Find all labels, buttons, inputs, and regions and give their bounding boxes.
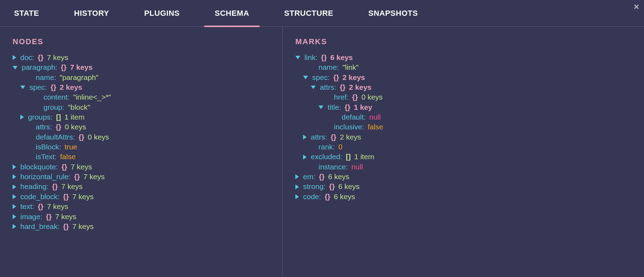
- link-spec-inclusive: inclusive: false: [295, 122, 631, 132]
- node-heading[interactable]: heading: {} 7 keys: [13, 182, 270, 191]
- tab-structure[interactable]: STRUCTURE: [274, 0, 344, 27]
- key-count: 7 keys: [47, 53, 68, 62]
- link-spec[interactable]: spec: {} 2 keys: [295, 73, 631, 82]
- link-rank: rank: 0: [295, 142, 631, 152]
- key-count: 6 keys: [338, 182, 360, 191]
- chevron-right-icon[interactable]: [13, 164, 16, 169]
- chevron-right-icon[interactable]: [13, 204, 16, 209]
- chevron-right-icon[interactable]: [295, 174, 299, 179]
- tab-plugins[interactable]: PLUGINS: [133, 0, 190, 27]
- marks-title: MARKS: [295, 37, 631, 46]
- chevron-right-icon[interactable]: [303, 135, 307, 140]
- tree-value: "block": [68, 102, 90, 112]
- brace-icon: {}: [329, 182, 335, 191]
- tree-key: spec:: [29, 82, 47, 92]
- brace-icon: {}: [340, 82, 345, 92]
- tree-value: false: [368, 122, 383, 132]
- chevron-right-icon[interactable]: [13, 55, 16, 60]
- key-count: 7 keys: [70, 62, 93, 72]
- tree-key: href:: [334, 92, 349, 102]
- tree-key: spec:: [312, 73, 330, 82]
- chevron-down-icon[interactable]: [295, 56, 300, 59]
- tree-key: excluded:: [311, 152, 342, 162]
- tab-history[interactable]: HISTORY: [63, 0, 119, 27]
- close-icon[interactable]: ×: [634, 2, 639, 11]
- paragraph-spec[interactable]: spec: {} 2 keys: [13, 82, 270, 92]
- chevron-right-icon[interactable]: [13, 174, 16, 179]
- key-count: 0 keys: [65, 122, 86, 132]
- chevron-right-icon[interactable]: [13, 214, 16, 219]
- bracket-icon: []: [56, 112, 61, 122]
- node-horizontal-rule[interactable]: horizontal_rule: {} 7 keys: [13, 172, 270, 182]
- tree-value: "inline<_>*": [73, 92, 111, 102]
- brace-icon: {}: [52, 182, 58, 191]
- brace-icon: {}: [78, 132, 84, 142]
- brace-icon: {}: [38, 202, 43, 211]
- link-excluded[interactable]: excluded: [] 1 item: [295, 152, 631, 162]
- tree-key: instance:: [318, 162, 348, 172]
- chevron-down-icon[interactable]: [311, 86, 316, 89]
- chevron-right-icon[interactable]: [13, 224, 16, 229]
- paragraph-isblock: isBlock: true: [13, 142, 270, 152]
- tab-snapshots[interactable]: SNAPSHOTS: [358, 0, 428, 27]
- paragraph-name: name: "paragraph": [13, 73, 270, 82]
- tab-schema[interactable]: SCHEMA: [204, 0, 260, 27]
- brace-icon: {}: [321, 53, 327, 62]
- link-spec-attrs-href: href: {} 0 keys: [295, 92, 631, 102]
- tree-key: horizontal_rule:: [20, 172, 71, 182]
- brace-icon: {}: [319, 172, 324, 182]
- chevron-down-icon[interactable]: [318, 106, 323, 109]
- tab-state[interactable]: STATE: [0, 0, 49, 27]
- tree-value: false: [60, 152, 76, 162]
- chevron-right-icon[interactable]: [303, 155, 307, 160]
- tree-key: isBlock:: [36, 142, 61, 152]
- node-code-block[interactable]: code_block: {} 7 keys: [13, 192, 270, 202]
- mark-em[interactable]: em: {} 6 keys: [295, 172, 631, 182]
- mark-strong[interactable]: strong: {} 6 keys: [295, 182, 631, 191]
- nodes-tree: doc: {} 7 keys paragraph: {} 7 keys name…: [13, 53, 270, 231]
- mark-code[interactable]: code: {} 6 keys: [295, 192, 631, 202]
- key-count: 6 keys: [328, 172, 349, 182]
- chevron-right-icon[interactable]: [20, 115, 24, 120]
- paragraph-spec-group: group: "block": [13, 102, 270, 112]
- chevron-right-icon[interactable]: [295, 194, 299, 199]
- tree-key: link:: [304, 53, 317, 62]
- chevron-down-icon[interactable]: [20, 86, 25, 89]
- paragraph-attrs: attrs: {} 0 keys: [13, 122, 270, 132]
- chevron-down-icon[interactable]: [303, 76, 308, 79]
- nodes-title: NODES: [13, 37, 270, 46]
- key-count: 2 keys: [60, 82, 82, 92]
- chevron-down-icon[interactable]: [13, 66, 18, 69]
- brace-icon: {}: [61, 62, 67, 72]
- link-attrs[interactable]: attrs: {} 2 keys: [295, 132, 631, 142]
- key-count: 7 keys: [61, 182, 83, 191]
- tree-value: null: [351, 162, 363, 172]
- tree-key: heading:: [20, 182, 49, 191]
- link-spec-attrs-title-default: default: null: [295, 112, 631, 122]
- tree-key: code_block:: [20, 192, 60, 202]
- chevron-right-icon[interactable]: [295, 184, 299, 189]
- tree-value: null: [369, 112, 381, 122]
- node-hard-break[interactable]: hard_break: {} 7 keys: [13, 222, 270, 231]
- link-spec-attrs[interactable]: attrs: {} 2 keys: [295, 82, 631, 92]
- chevron-right-icon[interactable]: [13, 184, 16, 189]
- paragraph-defaultattrs: defaultAttrs: {} 0 keys: [13, 132, 270, 142]
- brace-icon: {}: [61, 162, 67, 172]
- node-text[interactable]: text: {} 7 keys: [13, 202, 270, 211]
- tree-key: default:: [342, 112, 366, 122]
- node-blockquote[interactable]: blockquote: {} 7 keys: [13, 162, 270, 172]
- paragraph-groups[interactable]: groups: [] 1 item: [13, 112, 270, 122]
- tree-value: "paragraph": [60, 73, 98, 82]
- node-doc[interactable]: doc: {} 7 keys: [13, 53, 270, 62]
- node-paragraph[interactable]: paragraph: {} 7 keys: [13, 62, 270, 72]
- mark-link[interactable]: link: {} 6 keys: [295, 53, 631, 62]
- link-spec-attrs-title[interactable]: title: {} 1 key: [295, 102, 631, 112]
- brace-icon: {}: [331, 132, 336, 142]
- chevron-right-icon[interactable]: [13, 194, 16, 199]
- node-image[interactable]: image: {} 7 keys: [13, 212, 270, 222]
- tree-key: paragraph:: [22, 62, 57, 72]
- tree-key: rank:: [318, 142, 335, 152]
- tree-key: content:: [43, 92, 70, 102]
- tree-key: em:: [303, 172, 315, 182]
- tree-key: attrs:: [320, 82, 336, 92]
